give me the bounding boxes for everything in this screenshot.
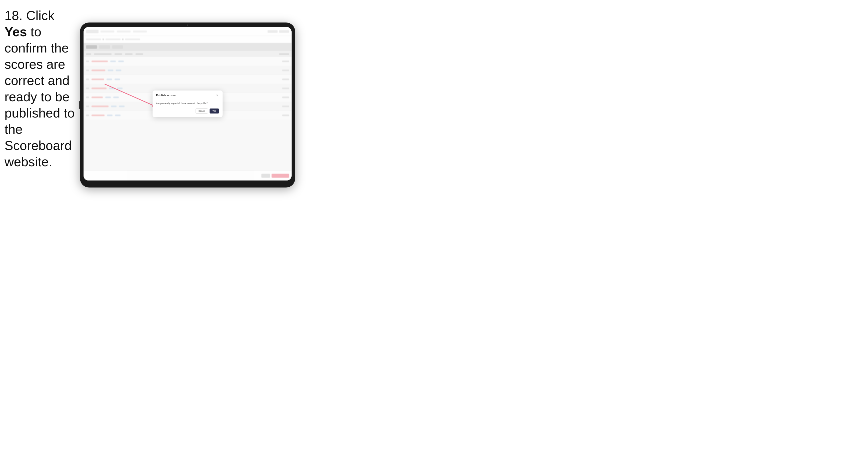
tablet-screen: Publish scores × Are you ready to publis… — [84, 27, 291, 181]
instruction-text: 18. Click Yes to confirm the scores are … — [4, 7, 77, 170]
modal-message: Are you ready to publish these scores to… — [156, 102, 219, 105]
cancel-button[interactable]: Cancel — [195, 108, 208, 114]
publish-scores-dialog: Publish scores × Are you ready to publis… — [153, 91, 223, 117]
modal-actions: Cancel Yes — [156, 108, 219, 114]
modal-close-button[interactable]: × — [216, 93, 219, 97]
tablet-device: Publish scores × Are you ready to publis… — [80, 23, 295, 187]
modal-header: Publish scores × — [153, 91, 223, 99]
modal-title: Publish scores — [156, 94, 176, 97]
modal-overlay: Publish scores × Are you ready to publis… — [84, 27, 291, 181]
modal-body: Are you ready to publish these scores to… — [153, 99, 223, 117]
yes-button[interactable]: Yes — [210, 108, 219, 114]
tablet-outer: Publish scores × Are you ready to publis… — [80, 23, 295, 187]
